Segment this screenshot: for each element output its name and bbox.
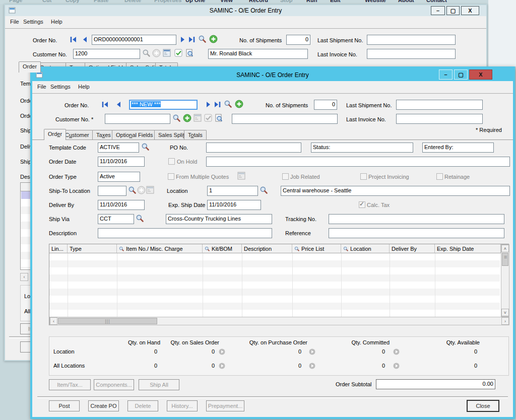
first-record-icon[interactable] [69, 35, 78, 44]
drilldown-go-icon[interactable] [219, 363, 225, 369]
maximize-button[interactable]: ▢ [446, 6, 460, 15]
calc-tax-checkbox[interactable]: ✓ [359, 201, 365, 208]
project-invoicing-checkbox[interactable] [360, 173, 367, 180]
close-button[interactable]: X [461, 6, 479, 15]
toolbar-item[interactable]: Page [9, 0, 22, 3]
tab-order[interactable]: Order [19, 61, 41, 73]
toolbar-item[interactable]: Properties [154, 0, 181, 3]
next-record-icon[interactable] [178, 35, 187, 44]
inquiry-icon[interactable] [163, 49, 171, 57]
scroll-left-button[interactable]: ‹ [50, 317, 57, 325]
new-icon[interactable] [183, 114, 191, 122]
credit-check-icon[interactable] [204, 114, 213, 122]
tab-totals[interactable]: Totals [184, 130, 207, 140]
finder-icon[interactable] [172, 114, 181, 122]
tab-order[interactable]: Order [44, 129, 66, 140]
scroll-left-button[interactable]: ‹ [20, 273, 28, 281]
toolbar-item[interactable]: Website [365, 0, 386, 3]
prev-record-icon[interactable] [114, 100, 123, 109]
toolbar-item[interactable]: Run [306, 0, 317, 3]
tab-optional-fields[interactable]: Optional Fields [112, 130, 157, 140]
titlebar[interactable]: SAMINC - O/E Order Entry – ▢ X [32, 68, 513, 81]
menu-settings[interactable]: Settings [50, 84, 71, 90]
create-po-button[interactable]: Create PO [88, 400, 119, 411]
ship-via-field[interactable]: CCT [98, 214, 134, 224]
from-multiple-quotes-checkbox[interactable] [168, 173, 174, 180]
ship-to-location-field[interactable] [98, 186, 126, 196]
new-icon[interactable] [235, 100, 243, 108]
post-button[interactable]: Post [49, 400, 80, 411]
last-shipment-field[interactable] [396, 100, 483, 110]
preview-icon[interactable] [215, 114, 223, 122]
close-button[interactable]: Close [467, 400, 499, 411]
menu-help[interactable]: Help [78, 84, 90, 90]
po-no-field[interactable] [206, 143, 301, 153]
toolbar-item[interactable]: View [220, 0, 233, 3]
credit-check-icon[interactable] [174, 49, 183, 57]
grid-body[interactable] [49, 253, 500, 317]
deliver-by-field[interactable]: 11/10/2016 [98, 200, 145, 210]
delete-button[interactable]: Delete [127, 400, 158, 411]
reference-field[interactable] [329, 228, 504, 238]
order-no-field[interactable]: *** NEW *** [129, 100, 198, 110]
horizontal-scroll-thumb[interactable] [58, 318, 157, 324]
minimize-button[interactable]: – [439, 69, 453, 80]
drilldown-go-icon[interactable] [219, 348, 225, 355]
drilldown-go-icon[interactable] [309, 348, 315, 355]
toolbar-item[interactable]: Up One [185, 0, 205, 3]
last-record-icon[interactable] [187, 35, 196, 44]
menu-help[interactable]: Help [51, 19, 62, 25]
order-date-field[interactable]: 11/10/2016 [98, 157, 145, 167]
drilldown-go-icon[interactable] [309, 363, 315, 369]
last-record-icon[interactable] [213, 100, 222, 109]
finder-icon[interactable] [136, 214, 144, 223]
order-no-field[interactable]: ORD000000000001 [92, 35, 176, 45]
scroll-up-button[interactable]: ˄ [501, 245, 509, 252]
retainage-checkbox[interactable] [436, 173, 443, 180]
shipments-field[interactable]: 0 [286, 35, 310, 45]
item-tax-button[interactable]: Item/Tax... [49, 379, 91, 390]
scroll-right-button[interactable]: › [501, 317, 509, 325]
drilldown-go-icon[interactable] [393, 363, 400, 369]
maximize-button[interactable]: ▢ [454, 69, 468, 80]
tab-sales-split[interactable]: Sales Split [154, 130, 188, 140]
vertical-scroll-thumb[interactable] [502, 253, 508, 266]
minimize-button[interactable]: – [431, 6, 445, 15]
finder-icon[interactable] [224, 100, 232, 108]
template-code-field[interactable]: ACTIVE [98, 143, 139, 153]
toolbar-item[interactable]: Edit [330, 0, 341, 3]
exp-ship-date-field[interactable]: 11/10/2016 [207, 200, 261, 210]
customer-no-field[interactable] [105, 114, 170, 124]
history-button[interactable]: History... [167, 400, 198, 411]
next-record-icon[interactable] [204, 100, 213, 109]
toolbar-item[interactable]: Delete [124, 0, 141, 3]
new-icon[interactable] [152, 49, 161, 57]
menu-file[interactable]: File [37, 84, 46, 90]
last-invoice-field[interactable] [367, 49, 456, 59]
finder-icon[interactable] [142, 49, 151, 57]
prepayment-button[interactable]: Prepayment... [206, 400, 244, 411]
finder-icon[interactable] [260, 186, 268, 194]
close-button[interactable]: X [469, 69, 492, 80]
finder-icon[interactable] [141, 143, 150, 151]
tracking-no-field[interactable] [329, 214, 504, 224]
drilldown-go-icon[interactable] [393, 348, 400, 355]
components-button[interactable]: Components... [94, 379, 134, 390]
job-related-checkbox[interactable] [282, 173, 289, 180]
horizontal-scrollbar[interactable]: ‹ › [49, 317, 509, 325]
vertical-scrollbar[interactable]: ˄ ˅ [501, 244, 509, 317]
toolbar-item[interactable]: Paste [94, 0, 108, 3]
toolbar-item[interactable]: Copy [66, 0, 80, 3]
on-hold-checkbox[interactable] [168, 158, 175, 165]
menu-settings[interactable]: Settings [23, 19, 43, 25]
description-field[interactable] [98, 228, 272, 238]
titlebar[interactable]: SAMINC - O/E Order Entry – ▢ X [5, 5, 486, 16]
scroll-down-button[interactable]: ˅ [501, 309, 509, 316]
toolbar-item[interactable]: Record [249, 0, 268, 3]
order-lines-grid[interactable]: Lin... Type Item No./ Misc. Charge Kit/B… [49, 244, 509, 325]
shipments-field[interactable]: 0 [314, 100, 337, 110]
menu-file[interactable]: File [10, 19, 19, 25]
last-invoice-field[interactable] [396, 114, 483, 124]
toolbar-item[interactable]: Contact [426, 0, 447, 3]
ship-all-button[interactable]: Ship All [139, 379, 179, 390]
